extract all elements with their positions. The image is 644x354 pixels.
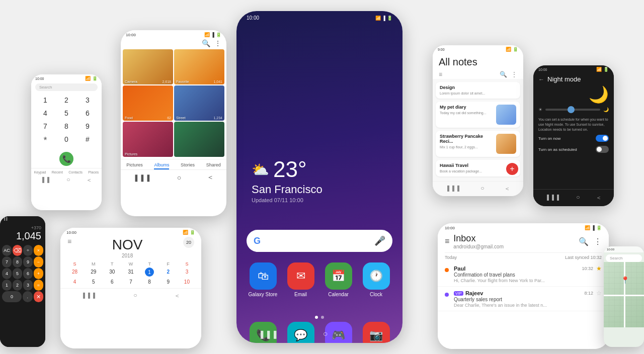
calc-0[interactable]: 0 bbox=[2, 291, 22, 302]
calendar-recent-button[interactable]: ❚❚❚ bbox=[82, 292, 97, 300]
brightness-track[interactable] bbox=[545, 109, 600, 111]
back-button[interactable]: ＜ bbox=[372, 329, 380, 339]
calc-ac[interactable]: AC bbox=[2, 245, 12, 256]
clock-icon[interactable]: 🕐 bbox=[363, 262, 390, 290]
brightness-knob[interactable] bbox=[568, 106, 575, 113]
key-2[interactable]: 2 bbox=[56, 94, 76, 106]
gallery-cell-camera[interactable]: Camera 2,618 bbox=[123, 49, 173, 84]
calc-8[interactable]: 8 bbox=[13, 256, 22, 268]
notes-back-button[interactable]: ＜ bbox=[504, 185, 510, 193]
tab-shared[interactable]: Shared bbox=[206, 162, 221, 169]
key-1[interactable]: 1 bbox=[35, 94, 55, 106]
cal-day-4[interactable]: 4 bbox=[65, 278, 84, 286]
dialer-recent-button[interactable]: ❚❚ bbox=[41, 176, 51, 185]
email-menu-icon[interactable]: ≡ bbox=[445, 237, 449, 246]
dialer-back-button[interactable]: ＜ bbox=[86, 176, 92, 185]
key-4[interactable]: 4 bbox=[35, 107, 55, 119]
gallery-recent-button[interactable]: ❚❚❚ bbox=[133, 173, 151, 182]
tab-recent[interactable]: Recent bbox=[52, 170, 63, 174]
email-item-rajeev[interactable]: VIP Rajeev 8:12 ☆ Quarterly sales report… bbox=[438, 287, 609, 311]
cal-day-30[interactable]: 30 bbox=[103, 268, 121, 277]
call-button[interactable]: 📞 bbox=[59, 152, 73, 166]
cal-day-2[interactable]: 2 bbox=[159, 268, 178, 277]
gallery-cell-street[interactable]: Street 1,234 bbox=[174, 85, 224, 121]
email-icon[interactable]: ✉ bbox=[287, 262, 314, 290]
calendar-icon[interactable]: 📅 bbox=[325, 262, 352, 290]
galaxy-store-icon[interactable]: 🛍 bbox=[250, 262, 277, 290]
key-6[interactable]: 6 bbox=[77, 107, 98, 119]
gallery-cell-pictures[interactable]: Pictures bbox=[123, 122, 173, 157]
home-button[interactable]: ○ bbox=[323, 329, 328, 338]
calc-divide[interactable]: ÷ bbox=[23, 245, 33, 256]
note-card-pancake[interactable]: Strawberry Pancake Reci... Mix 1 cup flo… bbox=[436, 131, 520, 157]
key-0[interactable]: 0 bbox=[56, 133, 76, 148]
note-card-design[interactable]: Design Lorem ipsum dolor sit amet... bbox=[436, 82, 520, 99]
gallery-search-icon[interactable]: 🔍 bbox=[202, 39, 210, 47]
key-star[interactable]: * bbox=[35, 133, 55, 148]
email-more-icon[interactable]: ⋮ bbox=[594, 237, 602, 246]
night-back-icon[interactable]: ← bbox=[538, 76, 544, 83]
tab-pictures[interactable]: Pictures bbox=[126, 162, 143, 169]
night-slider[interactable]: ☀ 🌙 bbox=[533, 104, 614, 115]
cal-day-5[interactable]: 5 bbox=[84, 278, 103, 286]
tab-keypad[interactable]: Keypad bbox=[34, 170, 46, 174]
voice-search-icon[interactable]: 🎤 bbox=[374, 235, 385, 246]
calendar-home-button[interactable]: ○ bbox=[133, 292, 137, 300]
app-clock[interactable]: 🕐 Clock bbox=[360, 262, 392, 297]
calendar-menu-icon[interactable]: ≡ bbox=[67, 237, 71, 246]
toggle-now[interactable] bbox=[596, 135, 609, 142]
app-galaxy-store[interactable]: 🛍 Galaxy Store bbox=[247, 262, 279, 297]
app-email[interactable]: ✉ Email bbox=[284, 262, 317, 297]
email-search-icon[interactable]: 🔍 bbox=[579, 237, 589, 246]
tab-places[interactable]: Places bbox=[88, 170, 99, 174]
tab-stories[interactable]: Stories bbox=[181, 162, 195, 169]
tab-albums[interactable]: Albums bbox=[154, 162, 169, 169]
cal-day-1[interactable]: 1 bbox=[145, 268, 154, 277]
cal-day-9[interactable]: 9 bbox=[159, 278, 178, 286]
notes-more-icon[interactable]: ⋮ bbox=[511, 71, 517, 78]
gallery-home-button[interactable]: ○ bbox=[177, 173, 181, 182]
key-9[interactable]: 9 bbox=[77, 120, 98, 132]
google-search-bar[interactable]: G 🎤 bbox=[247, 230, 392, 252]
calc-6[interactable]: 6 bbox=[23, 268, 33, 279]
tab-contacts[interactable]: Contacts bbox=[68, 170, 83, 174]
cal-day-10[interactable]: 10 bbox=[178, 278, 196, 286]
gallery-more-icon[interactable]: ⋮ bbox=[214, 39, 221, 47]
calc-2[interactable]: 2 bbox=[13, 280, 22, 291]
calendar-day-badge[interactable]: 20 bbox=[183, 237, 194, 248]
toggle-scheduled[interactable] bbox=[596, 146, 609, 153]
cal-day-3[interactable]: 3 bbox=[178, 268, 196, 277]
cal-day-7[interactable]: 7 bbox=[121, 278, 140, 286]
email-star-paul[interactable]: ★ bbox=[596, 265, 602, 272]
note-card-diary[interactable]: My pet diary Today my cat did something.… bbox=[436, 102, 520, 128]
calc-multiply[interactable]: × bbox=[34, 245, 43, 256]
app-calendar[interactable]: 📅 Calendar bbox=[322, 262, 355, 297]
calc-plus[interactable]: + bbox=[34, 268, 43, 279]
calc-1[interactable]: 1 bbox=[2, 280, 12, 291]
email-item-paul[interactable]: Paul 10:32 ★ Confirmation of travel plan… bbox=[438, 262, 609, 287]
dialer-search-bar[interactable]: Search bbox=[35, 83, 98, 91]
notes-home-button[interactable]: ○ bbox=[480, 185, 484, 193]
dialer-home-button[interactable]: ○ bbox=[66, 176, 70, 185]
notes-recent-button[interactable]: ❚❚❚ bbox=[446, 185, 461, 193]
calc-7[interactable]: 7 bbox=[2, 256, 12, 268]
calc-dot[interactable]: . bbox=[23, 291, 33, 302]
calc-cancel[interactable]: ✕ bbox=[34, 291, 44, 302]
calc-4[interactable]: 4 bbox=[2, 268, 12, 279]
maps-search-bar[interactable]: Search bbox=[606, 254, 642, 262]
gallery-cell-nature[interactable] bbox=[174, 122, 224, 157]
calc-equals-1[interactable]: = bbox=[34, 280, 43, 291]
calendar-back-button[interactable]: ＜ bbox=[174, 292, 180, 300]
gallery-back-button[interactable]: ＜ bbox=[207, 173, 214, 182]
cal-day-8[interactable]: 8 bbox=[140, 278, 159, 286]
calc-9[interactable]: 9 bbox=[23, 256, 33, 268]
key-3[interactable]: 3 bbox=[77, 94, 98, 106]
cal-day-28[interactable]: 28 bbox=[65, 268, 84, 277]
key-8[interactable]: 8 bbox=[56, 120, 76, 132]
gallery-cell-favorite[interactable]: Favorite 1,041 bbox=[174, 49, 224, 84]
cal-day-29[interactable]: 29 bbox=[84, 268, 103, 277]
recent-apps-button[interactable]: ❚❚❚ bbox=[259, 329, 278, 339]
calc-backspace[interactable]: ⌫ bbox=[13, 245, 22, 256]
cal-day-6[interactable]: 6 bbox=[103, 278, 121, 286]
email-star-rajeev[interactable]: ☆ bbox=[596, 290, 602, 297]
